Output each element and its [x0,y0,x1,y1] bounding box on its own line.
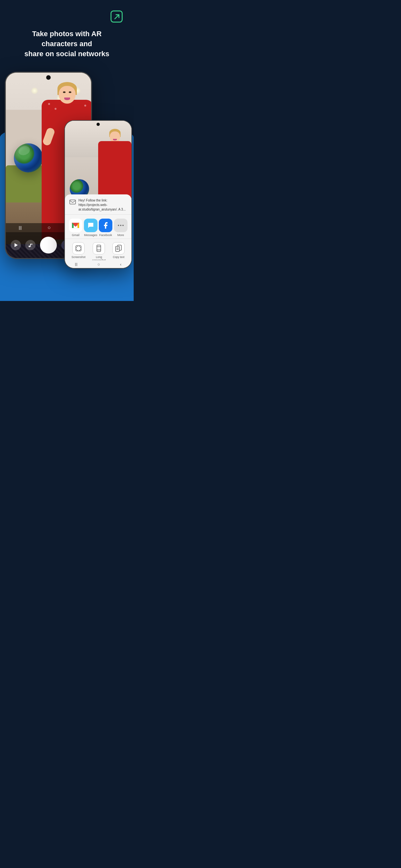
phones-section: ||| ○ ‹ [0,72,134,282]
svg-rect-17 [116,246,120,252]
phone-secondary: Hey! Follow the link: https://projects.w… [64,120,132,269]
share-message-row: Hey! Follow the link: https://projects.w… [65,194,131,215]
nav-home-secondary[interactable]: ○ [97,262,100,267]
facebook-icon [99,219,112,232]
share-app-more[interactable]: More [114,219,127,237]
dress-dot-2 [55,108,57,110]
svg-point-10 [120,225,121,226]
gmail-icon [69,219,82,232]
music-button[interactable] [25,240,35,250]
share-apps-row: Gmail Messages [65,215,131,239]
small-mouth [113,139,117,141]
phone-frame-secondary: Hey! Follow the link: https://projects.w… [64,120,132,269]
svg-point-2 [29,246,30,247]
share-message-text: Hey! Follow the link: https://projects.w… [79,198,127,212]
woman-eye-right [69,91,71,93]
share-sheet: Hey! Follow the link: https://projects.w… [65,194,131,268]
phone-nav-secondary: ||| ○ ‹ [65,260,131,268]
svg-rect-6 [70,200,75,204]
woman-eye-left [63,91,66,93]
woman-face [59,86,75,104]
messages-icon [84,219,97,232]
dress-dot-3 [84,104,86,106]
shutter-button[interactable] [40,237,57,253]
share-action-screenshot[interactable]: Screenshot [72,242,86,262]
copy-text-icon [112,242,125,254]
svg-rect-4 [30,244,33,244]
woman-mouth [64,97,70,100]
share-action-copy-text[interactable]: Copy text [112,242,125,262]
share-message-icon [69,199,76,206]
svg-point-9 [118,225,119,226]
share-app-facebook[interactable]: Facebook [99,219,112,237]
play-button[interactable] [11,240,21,250]
long-screenshot-icon [93,242,105,254]
nav-recents[interactable]: ||| [19,225,22,230]
screenshot-icon [72,242,85,254]
headline: Take photos with AR characters and share… [6,29,127,59]
more-icon [114,219,127,232]
ar-scene-small [65,121,131,202]
svg-rect-12 [76,246,81,251]
ceiling-light-1 [31,88,38,94]
share-action-long-screenshot[interactable]: Long screenshot [92,242,106,262]
dress-dot-1 [48,103,50,105]
phone-notch-main [46,75,51,80]
bottom-section [0,282,134,301]
page-wrapper: Take photos with AR characters and share… [0,0,134,301]
top-section: Take photos with AR characters and share… [0,0,134,65]
phone-screen-secondary: Hey! Follow the link: https://projects.w… [65,121,131,268]
svg-rect-13 [97,245,101,252]
small-body [98,141,131,197]
phone-notch-secondary [96,123,100,126]
svg-marker-1 [14,243,18,247]
gmail-label: Gmail [72,234,80,237]
facebook-label: Facebook [99,234,112,237]
svg-point-11 [122,225,124,226]
share-app-messages[interactable]: Messages [84,219,97,237]
more-label: More [117,234,124,237]
screenshot-label: Screenshot [72,255,86,259]
copy-text-label: Copy text [113,255,124,259]
messages-label: Messages [84,234,97,237]
ar-globe-main [14,144,43,173]
share-app-gmail[interactable]: Gmail [69,219,82,237]
external-link-icon[interactable] [110,10,124,24]
nav-back-secondary[interactable]: ‹ [120,262,121,267]
nav-recents-secondary[interactable]: ||| [75,262,78,266]
small-woman [98,129,131,197]
nav-home[interactable]: ○ [48,225,51,230]
